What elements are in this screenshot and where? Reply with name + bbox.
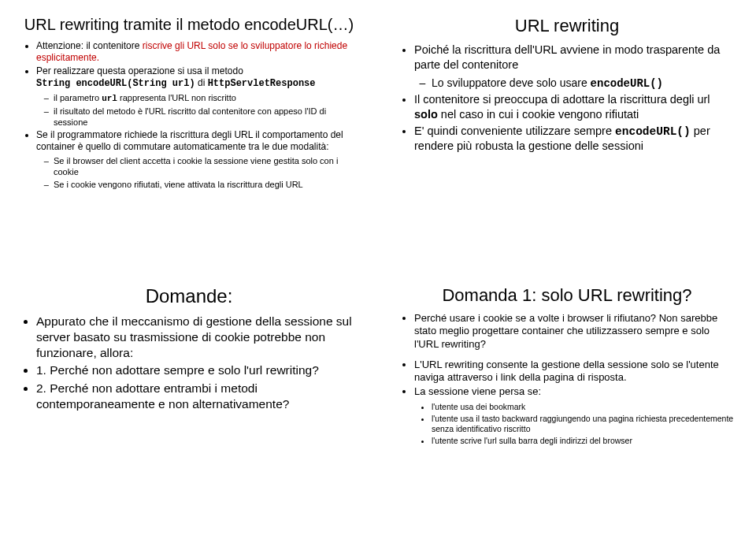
list-item: 1. Perché non adottare sempre e solo l'u…: [36, 362, 358, 378]
slide-1: URL rewriting tramite il metodo encodeUR…: [0, 0, 378, 270]
slide-2: URL rewriting Poiché la riscrittura dell…: [378, 0, 756, 270]
list-item: La sessione viene persa se: l'utente usa…: [414, 385, 736, 446]
list-item: Se i cookie vengono rifiutati, viene att…: [54, 180, 358, 191]
list-item: Perché usare i cookie se a volte i brows…: [414, 312, 736, 351]
list-item: l'utente usa dei bookmark: [432, 402, 736, 412]
list-item: Poiché la riscrittura dell'URL avviene i…: [414, 43, 736, 91]
list-item: l'utente scrive l'url sulla barra degli …: [432, 436, 736, 446]
slide-2-title: URL rewriting: [398, 16, 736, 36]
slide-1-list: Attenzione: il contenitore riscrive gli …: [20, 40, 358, 191]
slide-4-list-2: L'URL rewriting consente la gestione del…: [398, 359, 736, 446]
list-item: Appurato che il meccanismo di gestione d…: [36, 314, 358, 361]
list-item: Per realizzare questa operazione si usa …: [36, 65, 358, 128]
slide-4-title: Domanda 1: solo URL rewriting?: [398, 285, 736, 306]
slide-4-list: Perché usare i cookie se a volte i brows…: [398, 312, 736, 351]
list-item: Se il browser del client accetta i cooki…: [54, 156, 358, 178]
slide-1-title: URL rewriting tramite il metodo encodeUR…: [20, 16, 358, 34]
list-item: E' quindi conveniente utilizzare sempre …: [414, 124, 736, 154]
slide-4: Domanda 1: solo URL rewriting? Perché us…: [378, 270, 756, 539]
list-item: Attenzione: il contenitore riscrive gli …: [36, 40, 358, 64]
list-item: l'utente usa il tasto backward raggiunge…: [432, 414, 736, 434]
slide-3-title: Domande:: [20, 285, 358, 307]
slide-3-list: Appurato che il meccanismo di gestione d…: [20, 314, 358, 412]
list-item: 2. Perché non adottare entrambi i metodi…: [36, 381, 358, 412]
list-item: Il contenitore si preoccupa di adottare …: [414, 92, 736, 122]
slide-2-list: Poiché la riscrittura dell'URL avviene i…: [398, 43, 736, 154]
slide-grid: URL rewriting tramite il metodo encodeUR…: [0, 0, 756, 539]
list-item: il risultato del metodo è l'URL riscritt…: [54, 106, 358, 128]
slide-3: Domande: Appurato che il meccanismo di g…: [0, 270, 378, 539]
list-item: Se il programmatore richiede la riscritt…: [36, 129, 358, 190]
list-item: L'URL rewriting consente la gestione del…: [414, 359, 736, 385]
list-item: il parametro url rappresenta l'URL non r…: [54, 93, 358, 105]
list-item: Lo sviluppatore deve solo usare encodeUR…: [432, 76, 736, 91]
